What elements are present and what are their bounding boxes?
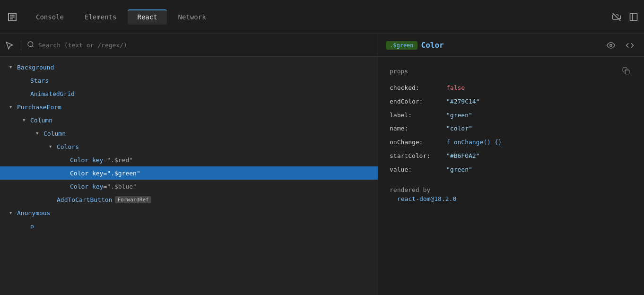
- cursor-icon[interactable]: [4, 40, 15, 51]
- key-value: =".$blue": [103, 183, 136, 190]
- tree-item-background[interactable]: ▼ Background: [0, 61, 378, 74]
- rendered-by-label: rendered by: [390, 186, 430, 193]
- panel-icon[interactable]: [627, 10, 640, 24]
- rendered-by-value: react-dom@18.2.0: [390, 195, 633, 202]
- component-name: o: [30, 223, 34, 230]
- component-title: Color: [421, 41, 444, 50]
- tree-item-addtocartbutton[interactable]: AddToCartButton ForwardRef: [0, 193, 378, 206]
- component-badge: .$green: [386, 41, 418, 50]
- main-layout: ▼ Background Stars AnimatedGrid ▼ Purcha…: [0, 34, 644, 295]
- tree-item-color-red[interactable]: Color key=".$red": [0, 153, 378, 166]
- search-input[interactable]: [38, 42, 374, 49]
- tree-item-purchaseform[interactable]: ▼ PurchaseForm: [0, 100, 378, 113]
- prop-row-startcolor: startColor: "#B6F0A2": [390, 151, 633, 161]
- props-title: props: [390, 64, 633, 78]
- prop-row-endcolor: endColor: "#279C14": [390, 97, 633, 107]
- prop-row-checked: checked: false: [390, 83, 633, 93]
- triangle-icon: ▼: [9, 210, 15, 216]
- svg-rect-6: [625, 70, 629, 74]
- tree-item-column2[interactable]: ▼ Column: [0, 127, 378, 140]
- svg-point-5: [610, 44, 612, 46]
- code-icon[interactable]: [623, 39, 636, 52]
- component-name: Colors: [57, 143, 79, 150]
- key-attr: key: [92, 183, 103, 190]
- forwardref-badge: ForwardRef: [115, 196, 151, 203]
- right-panel: .$green Color pro: [378, 34, 644, 295]
- prop-key: name:: [390, 124, 446, 134]
- rendered-by-section: rendered by react-dom@18.2.0: [390, 186, 633, 202]
- svg-rect-1: [630, 13, 637, 20]
- svg-line-4: [32, 46, 34, 47]
- tab-bar: Console Elements React Network: [0, 0, 644, 34]
- triangle-icon: ▼: [9, 64, 15, 70]
- tab-react[interactable]: React: [128, 9, 166, 25]
- tree-item-colors[interactable]: ▼ Colors: [0, 140, 378, 153]
- component-name: Color: [70, 156, 88, 164]
- prop-row-label: label: "green": [390, 111, 633, 121]
- triangle-icon: [23, 91, 28, 96]
- tree-item-o[interactable]: o: [0, 219, 378, 233]
- prop-key: value:: [390, 165, 446, 175]
- key-value-selected: =".$green": [103, 170, 140, 177]
- key-attr: key: [92, 156, 103, 164]
- prop-value: "#279C14": [446, 97, 479, 107]
- component-name: Column: [30, 117, 52, 124]
- prop-key: endColor:: [390, 97, 446, 107]
- component-name: AnimatedGrid: [30, 90, 75, 97]
- search-bar: [0, 34, 378, 57]
- component-name: Background: [17, 64, 54, 71]
- devtools-icon: [4, 9, 21, 26]
- svg-line-0: [613, 13, 621, 21]
- prop-key: startColor:: [390, 151, 446, 161]
- triangle-icon: ▼: [23, 117, 28, 123]
- triangle-icon: ▼: [36, 130, 42, 136]
- tree-item-color-green[interactable]: Color key=".$green": [0, 166, 378, 180]
- left-panel: ▼ Background Stars AnimatedGrid ▼ Purcha…: [0, 34, 378, 295]
- prop-value: false: [446, 83, 465, 93]
- props-area: props checked: false endColor: "#279C14": [378, 57, 644, 295]
- triangle-icon: ▼: [9, 104, 15, 110]
- prop-value: "green": [446, 111, 472, 121]
- prop-value: f onChange() {}: [446, 138, 502, 148]
- component-name: Color: [70, 170, 88, 177]
- prop-key: checked:: [390, 83, 446, 93]
- prop-value: "color": [446, 124, 472, 134]
- tree-item-color-blue[interactable]: Color key=".$blue": [0, 180, 378, 193]
- prop-key: label:: [390, 111, 446, 121]
- search-icon: [27, 41, 35, 50]
- triangle-icon: [62, 157, 68, 163]
- component-name: AddToCartButton: [57, 196, 112, 203]
- tab-console[interactable]: Console: [26, 9, 73, 25]
- prop-row-value: value: "green": [390, 165, 633, 175]
- key-attr-selected: key: [92, 170, 103, 177]
- video-off-icon[interactable]: [610, 10, 623, 24]
- tree-item-stars[interactable]: Stars: [0, 74, 378, 87]
- component-name: Color: [70, 183, 88, 190]
- prop-row-onchange: onChange: f onChange() {}: [390, 138, 633, 148]
- key-value: =".$red": [103, 156, 133, 164]
- component-name: PurchaseForm: [17, 104, 61, 111]
- prop-value: "#B6F0A2": [446, 151, 479, 161]
- component-name: Column: [44, 130, 66, 137]
- prop-row-name: name: "color": [390, 124, 633, 134]
- tree-item-animatedgrid[interactable]: AnimatedGrid: [0, 87, 378, 100]
- triangle-icon: [23, 223, 28, 229]
- prop-value: "green": [446, 165, 472, 175]
- component-header: .$green Color: [378, 34, 644, 57]
- svg-point-3: [28, 42, 33, 47]
- search-divider: [21, 41, 21, 50]
- tab-elements[interactable]: Elements: [75, 9, 126, 25]
- tree-item-column1[interactable]: ▼ Column: [0, 113, 378, 127]
- component-name: Stars: [30, 77, 49, 84]
- tree-item-anonymous[interactable]: ▼ Anonymous: [0, 206, 378, 219]
- triangle-icon: [49, 197, 55, 202]
- prop-key: onChange:: [390, 138, 446, 148]
- component-tree: ▼ Background Stars AnimatedGrid ▼ Purcha…: [0, 57, 378, 295]
- eye-icon[interactable]: [604, 39, 618, 52]
- tab-network[interactable]: Network: [169, 9, 216, 25]
- triangle-icon: [62, 170, 68, 176]
- triangle-icon: [62, 183, 68, 189]
- copy-icon[interactable]: [619, 64, 633, 78]
- header-right-icons: [604, 39, 636, 52]
- component-name: Anonymous: [17, 209, 50, 217]
